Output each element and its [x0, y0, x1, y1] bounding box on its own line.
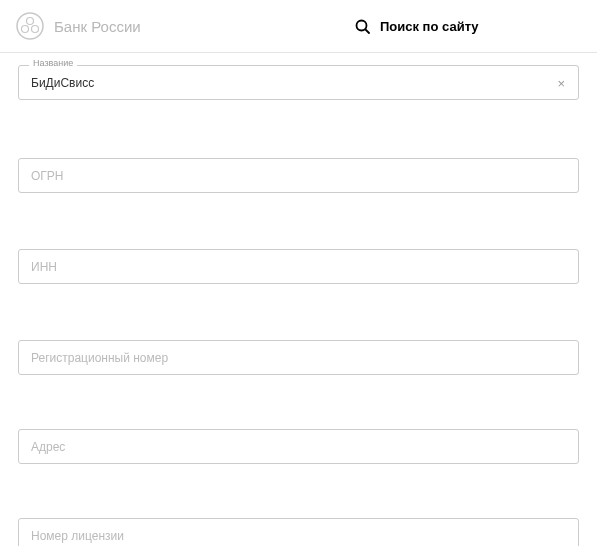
license-input[interactable] [18, 518, 579, 546]
bank-logo-icon [16, 12, 44, 40]
reg-number-input[interactable] [18, 340, 579, 375]
clear-name-button[interactable]: × [553, 73, 569, 92]
name-label: Название [29, 58, 77, 68]
address-field-group [18, 429, 579, 464]
site-search[interactable]: Поиск по сайту [355, 19, 479, 34]
search-label: Поиск по сайту [380, 19, 479, 34]
svg-point-2 [22, 26, 29, 33]
ogrn-input[interactable] [18, 158, 579, 193]
header: Банк России Поиск по сайту [0, 0, 597, 53]
inn-field-group [18, 249, 579, 284]
name-field-group: Название × [18, 65, 579, 100]
inn-input[interactable] [18, 249, 579, 284]
ogrn-field-group [18, 158, 579, 193]
svg-line-5 [366, 29, 370, 33]
license-field-group [18, 518, 579, 546]
search-form: Название × [0, 65, 597, 546]
reg-number-field-group [18, 340, 579, 375]
logo-section[interactable]: Банк России [16, 12, 141, 40]
address-input[interactable] [18, 429, 579, 464]
svg-point-1 [27, 18, 34, 25]
name-input[interactable] [18, 65, 579, 100]
svg-point-0 [17, 13, 43, 39]
logo-text: Банк России [54, 18, 141, 35]
search-icon [355, 19, 370, 34]
svg-point-3 [32, 26, 39, 33]
